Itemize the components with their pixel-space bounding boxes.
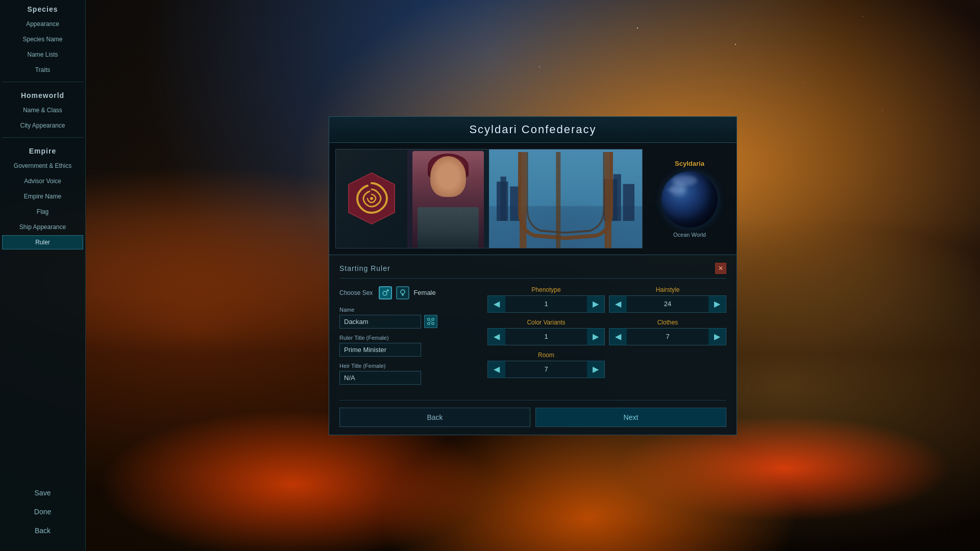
svg-rect-9 <box>623 184 635 220</box>
planet-name: Scyldaria <box>675 160 704 167</box>
banner-main <box>335 149 643 248</box>
ruler-header: Starting Ruler ✕ <box>339 263 726 279</box>
svg-rect-10 <box>520 152 527 248</box>
planet-sphere <box>662 171 718 228</box>
hairstyle-value: 24 <box>627 300 708 308</box>
emblem-hex <box>344 170 400 227</box>
name-label: Name <box>339 307 477 313</box>
ruler-title-input[interactable] <box>339 343 421 357</box>
planet-cloud <box>672 176 697 186</box>
ruler-left-column: Choose Sex <box>339 286 477 391</box>
svg-point-17 <box>401 290 405 294</box>
hairstyle-prev-button[interactable]: ◀ <box>609 295 627 313</box>
svg-rect-22 <box>428 322 430 324</box>
color-variants-spinner: Color Variants ◀ 1 ▶ <box>487 319 605 345</box>
phenotype-control: ◀ 1 ▶ <box>487 295 605 313</box>
empire-section-header: Empire <box>0 142 85 158</box>
hairstyle-control: ◀ 24 ▶ <box>609 295 726 313</box>
clothes-label: Clothes <box>609 319 726 326</box>
close-button[interactable]: ✕ <box>715 263 726 274</box>
main-panel: Scyldari Confederacy <box>86 0 980 551</box>
sidebar-item-flag[interactable]: Flag <box>2 205 83 219</box>
phenotype-prev-button[interactable]: ◀ <box>488 295 505 313</box>
room-control: ◀ 7 ▶ <box>487 361 605 378</box>
homeworld-section-header: Homeworld <box>0 86 85 103</box>
hairstyle-next-button[interactable]: ▶ <box>708 295 726 313</box>
svg-point-13 <box>383 291 387 295</box>
sidebar: Species Appearance Species Name Name Lis… <box>0 0 86 551</box>
divider-1 <box>2 82 83 82</box>
sidebar-item-species-name[interactable]: Species Name <box>2 32 83 46</box>
clothes-value: 7 <box>627 333 708 340</box>
ruler-form: Choose Sex <box>339 286 726 391</box>
clothes-prev-button[interactable]: ◀ <box>609 328 627 345</box>
ruler-title-label: Ruler Title (Female) <box>339 335 477 341</box>
ruler-section: Starting Ruler ✕ Choose Sex <box>329 255 737 435</box>
heir-title-field-group: Heir Title (Female) <box>339 363 477 385</box>
phenotype-next-button[interactable]: ▶ <box>587 295 604 313</box>
name-input[interactable] <box>339 315 421 329</box>
sidebar-item-empire-name[interactable]: Empire Name <box>2 189 83 204</box>
portrait-figure <box>412 151 484 248</box>
empire-panel: Scyldari Confederacy <box>329 116 737 435</box>
ruler-section-title: Starting Ruler <box>339 264 715 272</box>
planet-cloud2 <box>667 187 684 193</box>
back-button[interactable]: Back <box>339 408 530 427</box>
sex-selector: Choose Sex <box>339 286 477 299</box>
emblem <box>336 149 407 248</box>
divider-2 <box>2 137 83 138</box>
sidebar-save-button[interactable]: Save <box>2 484 83 502</box>
sidebar-item-traits[interactable]: Traits <box>2 63 83 77</box>
spinner-row-2: Color Variants ◀ 1 ▶ Clothes ◀ 7 <box>487 319 726 345</box>
spinner-row-1: Phenotype ◀ 1 ▶ Hairstyle ◀ 24 <box>487 286 726 313</box>
planet-panel: Scyldaria Ocean World <box>649 149 730 248</box>
next-button[interactable]: Next <box>535 408 726 427</box>
sidebar-item-ruler[interactable]: Ruler <box>2 235 83 249</box>
portrait-area <box>407 149 489 248</box>
sidebar-done-button[interactable]: Done <box>2 503 83 520</box>
hairstyle-spinner: Hairstyle ◀ 24 ▶ <box>609 286 726 313</box>
color-variants-prev-button[interactable]: ◀ <box>488 328 505 345</box>
sex-female-button[interactable] <box>396 286 409 299</box>
banner-area: Scyldaria Ocean World <box>329 143 737 255</box>
sidebar-back-button[interactable]: Back <box>2 522 83 539</box>
sex-male-button[interactable] <box>379 286 392 299</box>
phenotype-spinner: Phenotype ◀ 1 ▶ <box>487 286 605 313</box>
sex-value: Female <box>413 289 435 296</box>
clothes-control: ◀ 7 ▶ <box>609 328 726 345</box>
clothes-next-button[interactable]: ▶ <box>708 328 726 345</box>
heir-title-input[interactable] <box>339 371 421 385</box>
sidebar-item-appearance[interactable]: Appearance <box>2 17 83 31</box>
sidebar-item-name-lists[interactable]: Name Lists <box>2 47 83 62</box>
cityscape <box>489 149 642 248</box>
room-spinner: Room ◀ 7 ▶ <box>487 352 605 378</box>
sidebar-item-name-class[interactable]: Name & Class <box>2 103 83 117</box>
arch-overlay <box>489 149 642 248</box>
room-next-button[interactable]: ▶ <box>587 361 604 378</box>
sidebar-item-ship-appearance[interactable]: Ship Appearance <box>2 220 83 234</box>
color-variants-value: 1 <box>505 333 587 340</box>
species-section-header: Species <box>0 0 85 16</box>
ruler-right-column: Phenotype ◀ 1 ▶ Hairstyle ◀ 24 <box>487 286 726 391</box>
name-input-row <box>339 315 477 329</box>
svg-rect-12 <box>556 152 560 248</box>
room-label: Room <box>487 352 605 359</box>
room-value: 7 <box>505 365 587 373</box>
phenotype-value: 1 <box>505 300 587 308</box>
color-variants-next-button[interactable]: ▶ <box>587 328 604 345</box>
sidebar-item-government-ethics[interactable]: Government & Ethics <box>2 159 83 173</box>
randomize-name-button[interactable] <box>424 315 437 328</box>
sidebar-item-city-appearance[interactable]: City Appearance <box>2 118 83 133</box>
room-prev-button[interactable]: ◀ <box>488 361 505 378</box>
sidebar-item-advisor-voice[interactable]: Advisor Voice <box>2 174 83 188</box>
name-field-group: Name <box>339 307 477 329</box>
hairstyle-label: Hairstyle <box>609 286 726 293</box>
spinner-row-3: Room ◀ 7 ▶ <box>487 352 726 378</box>
sidebar-bottom-buttons: Save Done Back <box>0 483 85 551</box>
phenotype-label: Phenotype <box>487 286 605 293</box>
svg-rect-20 <box>428 318 430 320</box>
svg-point-24 <box>430 321 431 322</box>
planet-type: Ocean World <box>673 232 706 238</box>
clothes-spinner: Clothes ◀ 7 ▶ <box>609 319 726 345</box>
bottom-nav-buttons: Back Next <box>339 400 726 427</box>
